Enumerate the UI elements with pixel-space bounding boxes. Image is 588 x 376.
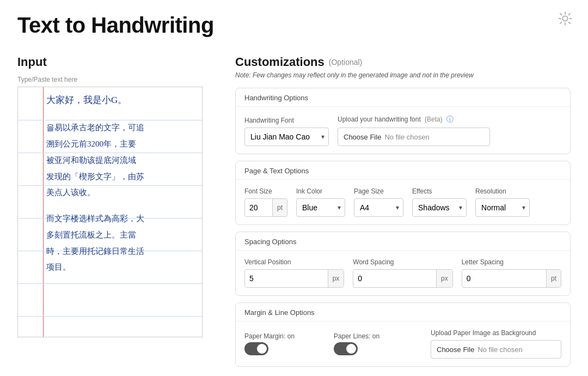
paper-lines-toggle[interactable] — [334, 342, 358, 355]
resolution-group: Resolution Normal High Ultra — [475, 187, 530, 217]
ruled-line — [18, 283, 202, 284]
handwriting-options-row: Handwriting Font Liu Jian Mao Cao Caveat… — [244, 114, 561, 146]
input-section-title: Input — [17, 55, 213, 69]
effects-group: Effects None Shadows Blur — [412, 187, 467, 217]
vertical-position-input[interactable] — [245, 271, 328, 286]
font-size-input-group: pt — [244, 198, 287, 217]
vertical-position-label: Vertical Position — [244, 258, 344, 266]
letter-spacing-input[interactable] — [462, 271, 546, 286]
margin-line-options-body: Paper Margin: on Paper Lines: on — [236, 322, 570, 366]
effects-label: Effects — [412, 187, 467, 195]
upload-choose-text: Choose File — [344, 133, 381, 141]
ink-color-group: Ink Color Blue Black Red Green — [296, 187, 345, 217]
upload-font-label: Upload your handwriting font (Beta) ⓘ — [338, 114, 490, 124]
paper-lines-label: Paper Lines: on — [334, 332, 379, 340]
page-title: Text to Handwriting — [17, 13, 571, 38]
svg-line-7 — [560, 22, 561, 23]
letter-spacing-input-group: pt — [462, 269, 561, 288]
customizations-title: Customizations (Optional) — [235, 55, 571, 69]
page-size-select-wrapper: A4 A5 Letter Custom — [354, 198, 403, 217]
margin-line-options-header: Margin & Line Options — [236, 303, 570, 322]
font-label: Handwriting Font — [244, 117, 329, 124]
font-field-group: Handwriting Font Liu Jian Mao Cao Caveat… — [244, 117, 329, 146]
effects-select-wrapper: None Shadows Blur — [412, 198, 467, 217]
margin-line — [43, 87, 44, 337]
resolution-select[interactable]: Normal High Ultra — [475, 198, 530, 217]
ink-color-label: Ink Color — [296, 187, 345, 195]
page-size-select[interactable]: A4 A5 Letter Custom — [354, 198, 403, 217]
customizations-title-text: Customizations — [235, 55, 324, 69]
page-text-options-row: Font Size pt Ink Color Blue B — [244, 187, 561, 217]
word-spacing-group: Word Spacing px — [353, 258, 452, 288]
page-text-options-header: Page & Text Options — [236, 161, 570, 180]
upload-bg-label: Upload Paper Image as Background — [431, 329, 561, 337]
spacing-options-card: Spacing Options Vertical Position px Wor… — [235, 232, 571, 296]
ink-color-select[interactable]: Blue Black Red Green — [296, 198, 345, 217]
vertical-position-group: Vertical Position px — [244, 258, 344, 288]
margin-line-options-card: Margin & Line Options Paper Margin: on P… — [235, 302, 571, 367]
vertical-position-unit: px — [328, 270, 344, 287]
upload-bg-group: Upload Paper Image as Background Choose … — [431, 329, 561, 359]
upload-bg-button[interactable]: Choose File No file chosen — [431, 340, 561, 359]
paper-margin-toggle[interactable] — [244, 342, 268, 355]
word-spacing-input[interactable] — [353, 271, 436, 286]
font-size-group: Font Size pt — [244, 187, 287, 217]
paper-margin-label: Paper Margin: on — [244, 332, 295, 340]
customizations-panel: Customizations (Optional) Note: Few chan… — [235, 55, 571, 376]
handwriting-preview-area: 大家好，我是小G。 을易以承古老的文字，可追 溯到公元前3200年，主要 被亚河… — [17, 87, 203, 337]
effects-select[interactable]: None Shadows Blur — [412, 198, 467, 217]
paper-margin-group: Paper Margin: on — [244, 332, 295, 355]
letter-spacing-label: Letter Spacing — [462, 258, 561, 266]
paper-margin-slider — [244, 342, 268, 355]
customizations-note: Note: Few changes may reflect only in th… — [235, 71, 571, 79]
svg-line-8 — [569, 14, 570, 15]
font-size-input[interactable] — [245, 200, 272, 215]
upload-font-button[interactable]: Choose File No file chosen — [338, 128, 490, 146]
vertical-position-input-group: px — [244, 269, 344, 288]
upload-no-file-text: No file chosen — [384, 133, 429, 141]
page-text-options-body: Font Size pt Ink Color Blue B — [236, 180, 570, 225]
main-layout: Input Type/Paste text here 大家好，我是小G。 을易以… — [17, 55, 571, 376]
handwriting-options-card: Handwriting Options Handwriting Font Liu… — [235, 88, 571, 154]
resolution-select-wrapper: Normal High Ultra — [475, 198, 530, 217]
letter-spacing-group: Letter Spacing pt — [462, 258, 561, 288]
upload-font-group: Upload your handwriting font (Beta) ⓘ Ch… — [338, 114, 490, 146]
ruled-line — [18, 316, 202, 317]
page-size-group: Page Size A4 A5 Letter Custom — [354, 187, 403, 217]
handwriting-options-body: Handwriting Font Liu Jian Mao Cao Caveat… — [236, 107, 570, 154]
page-container: Text to Handwriting Input Type/Paste tex… — [0, 0, 588, 376]
page-text-options-card: Page & Text Options Font Size pt Ink Col… — [235, 161, 571, 225]
input-placeholder-label: Type/Paste text here — [17, 76, 213, 83]
font-size-label: Font Size — [244, 187, 287, 195]
input-panel: Input Type/Paste text here 大家好，我是小G。 을易以… — [17, 55, 213, 337]
theme-toggle-icon[interactable] — [558, 11, 573, 26]
ink-color-select-wrapper: Blue Black Red Green — [296, 198, 345, 217]
bg-no-file-text: No file chosen — [477, 345, 522, 354]
resolution-label: Resolution — [475, 187, 530, 195]
word-spacing-unit: px — [436, 270, 452, 287]
spacing-options-row: Vertical Position px Word Spacing px — [244, 258, 561, 288]
font-size-unit: pt — [272, 199, 287, 216]
info-icon: ⓘ — [446, 115, 454, 123]
word-spacing-label: Word Spacing — [353, 258, 452, 266]
spacing-options-body: Vertical Position px Word Spacing px — [236, 251, 570, 295]
letter-spacing-unit: pt — [546, 270, 561, 287]
customizations-optional: (Optional) — [329, 58, 362, 66]
handwriting-text: 大家好，我是小G。 을易以承古老的文字，可追 溯到公元前3200年，主要 被亚河… — [46, 87, 200, 275]
svg-line-3 — [560, 14, 561, 15]
word-spacing-input-group: px — [353, 269, 452, 288]
spacing-options-header: Spacing Options — [236, 232, 570, 251]
page-size-label: Page Size — [354, 187, 403, 195]
svg-point-0 — [562, 16, 567, 21]
paper-lines-group: Paper Lines: on — [334, 332, 379, 355]
paper-lines-slider — [334, 342, 358, 355]
font-select-wrapper: Liu Jian Mao Cao Caveat Homemade Apple R… — [244, 128, 329, 146]
margin-options-row: Paper Margin: on Paper Lines: on — [244, 329, 561, 359]
font-select[interactable]: Liu Jian Mao Cao Caveat Homemade Apple R… — [244, 128, 329, 146]
svg-line-4 — [569, 22, 570, 23]
bg-choose-text: Choose File — [437, 345, 474, 354]
handwriting-options-header: Handwriting Options — [236, 88, 570, 107]
